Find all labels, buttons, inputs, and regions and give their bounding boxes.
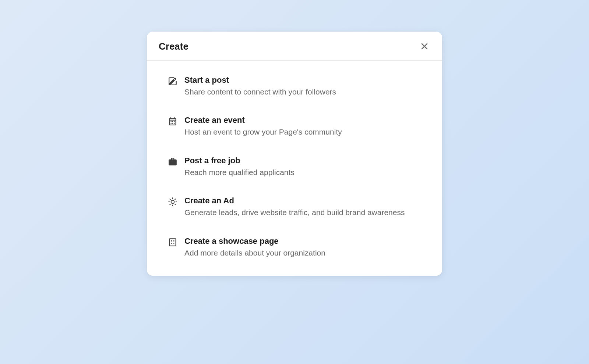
option-start-post[interactable]: Start a post Share content to connect wi… bbox=[167, 75, 422, 97]
svg-line-14 bbox=[175, 204, 176, 205]
option-text: Post a free job Reach more qualified app… bbox=[184, 156, 422, 178]
modal-title: Create bbox=[159, 41, 188, 52]
option-post-job[interactable]: Post a free job Reach more qualified app… bbox=[167, 156, 422, 178]
building-icon bbox=[167, 237, 178, 247]
option-title: Create a showcase page bbox=[184, 236, 422, 246]
option-text: Start a post Share content to connect wi… bbox=[184, 75, 422, 97]
lightbulb-icon bbox=[167, 197, 178, 207]
option-title: Start a post bbox=[184, 75, 422, 85]
option-description: Generate leads, drive website traffic, a… bbox=[184, 207, 422, 218]
option-description: Add more details about your organization bbox=[184, 247, 422, 258]
option-title: Post a free job bbox=[184, 156, 422, 165]
svg-rect-17 bbox=[169, 239, 176, 246]
option-description: Share content to connect with your follo… bbox=[184, 86, 422, 97]
briefcase-icon bbox=[167, 157, 178, 167]
svg-point-3 bbox=[172, 121, 173, 122]
option-text: Create a showcase page Add more details … bbox=[184, 236, 422, 258]
option-create-showcase[interactable]: Create a showcase page Add more details … bbox=[167, 236, 422, 258]
option-create-ad[interactable]: Create an Ad Generate leads, drive websi… bbox=[167, 196, 422, 218]
option-create-event[interactable]: Create an event Host an event to grow yo… bbox=[167, 115, 422, 137]
svg-point-2 bbox=[170, 121, 172, 122]
svg-point-8 bbox=[171, 200, 174, 204]
svg-point-6 bbox=[172, 123, 173, 124]
option-title: Create an event bbox=[184, 115, 422, 125]
svg-point-7 bbox=[174, 123, 175, 124]
svg-line-13 bbox=[170, 199, 170, 200]
svg-point-4 bbox=[174, 121, 175, 122]
option-description: Reach more qualified applicants bbox=[184, 167, 422, 178]
close-icon bbox=[420, 42, 429, 51]
modal-header: Create bbox=[147, 32, 442, 61]
svg-line-15 bbox=[170, 204, 170, 205]
svg-line-16 bbox=[175, 199, 176, 200]
close-button[interactable] bbox=[419, 40, 430, 52]
option-text: Create an event Host an event to grow yo… bbox=[184, 115, 422, 137]
option-title: Create an Ad bbox=[184, 196, 422, 206]
svg-point-5 bbox=[170, 123, 172, 124]
modal-body: Start a post Share content to connect wi… bbox=[147, 61, 442, 276]
create-modal: Create Start a post Share content to con… bbox=[147, 32, 442, 276]
edit-icon bbox=[167, 76, 178, 86]
calendar-icon bbox=[167, 116, 178, 126]
option-text: Create an Ad Generate leads, drive websi… bbox=[184, 196, 422, 218]
option-description: Host an event to grow your Page's commun… bbox=[184, 126, 422, 137]
